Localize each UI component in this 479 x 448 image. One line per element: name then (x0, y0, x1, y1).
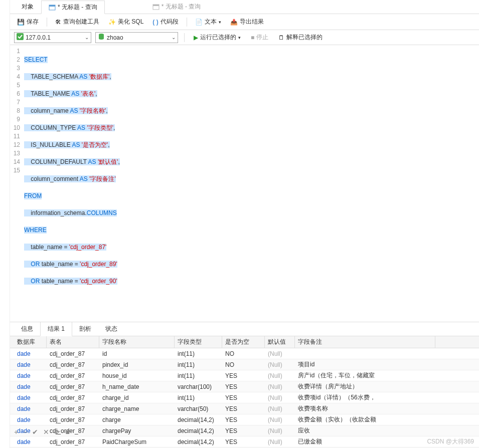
database-icon (98, 33, 105, 42)
stop-button[interactable]: ■停止 (248, 32, 271, 43)
builder-icon: 🛠 (55, 19, 61, 26)
result-tabs: 信息 结果 1 剖析 状态 (0, 322, 479, 336)
col-database[interactable]: 数据库 (14, 336, 47, 348)
table-row[interactable]: dadecdj_order_87house_idint(11)YES(Null)… (0, 370, 479, 381)
doc-icon: 📄 (195, 19, 203, 26)
server-icon (17, 33, 24, 42)
add-row-button[interactable]: + (14, 428, 18, 436)
tab-query-active[interactable]: * 无标题 - 查询 (41, 1, 105, 14)
table-row[interactable]: dadecdj_order_87PaidChargeSumdecimal(14,… (0, 436, 479, 447)
tab-profile[interactable]: 剖析 (72, 322, 98, 336)
tab-result[interactable]: 结果 1 (40, 322, 72, 336)
grid-header: 数据库 表名 字段名称 字段类型 是否为空 默认值 字段备注 (0, 336, 479, 348)
code-content[interactable]: SELECT TABLE_SCHEMA AS '数据库', TABLE_NAME… (24, 45, 479, 322)
stop-edit-button[interactable]: ■ (65, 428, 69, 436)
query-builder-button[interactable]: 🛠查询创建工具 (52, 16, 102, 28)
table-row[interactable]: dadecdj_order_87h_name_datevarchar(100)Y… (0, 381, 479, 392)
explain-button[interactable]: 🗒解释已选择的 (275, 32, 326, 43)
sql-editor[interactable]: 123456789101112131415 SELECT TABLE_SCHEM… (0, 45, 479, 322)
col-default[interactable]: 默认值 (265, 336, 295, 348)
chevron-down-icon: ⌄ (172, 35, 176, 40)
refresh-button[interactable]: ⟳ (54, 428, 60, 436)
host-dropdown[interactable]: 127.0.0.1⌄ (14, 32, 91, 43)
text-button[interactable]: 📄文本▾ (192, 16, 224, 28)
beautify-button[interactable]: ✨美化 SQL (105, 16, 146, 28)
grid-body: dadecdj_order_87idint(11)NO(Null)dadecdj… (0, 348, 479, 448)
table-row[interactable]: dadecdj_order_87idint(11)NO(Null) (0, 348, 479, 359)
cancel-button[interactable]: ✕ (43, 428, 49, 436)
query-icon (152, 4, 159, 11)
commit-button[interactable]: ✔ (32, 428, 38, 436)
col-field[interactable]: 字段名称 (99, 336, 175, 348)
save-button[interactable]: 💾保存 (14, 16, 42, 28)
toolbar: 💾保存 🛠查询创建工具 ✨美化 SQL ( )代码段 📄文本▾ 📤导出结果 (0, 14, 479, 30)
save-icon: 💾 (17, 19, 25, 26)
tab-info[interactable]: 信息 (14, 322, 40, 336)
svg-rect-3 (153, 5, 159, 6)
col-nullable[interactable]: 是否为空 (222, 336, 265, 348)
query-icon (49, 4, 56, 11)
connection-bar: 127.0.0.1⌄ zhoao⌄ ▶运行已选择的▾ ■停止 🗒解释已选择的 (0, 30, 479, 45)
table-row[interactable]: dadecdj_order_87charge_idint(11)YES(Null… (0, 392, 479, 403)
tab-query-inactive[interactable]: * 无标题 - 查询 (145, 0, 209, 14)
chevron-down-icon: ▾ (238, 35, 241, 40)
chevron-down-icon: ⌄ (85, 35, 89, 40)
col-table[interactable]: 表名 (47, 336, 99, 348)
table-row[interactable]: dadecdj_order_87pindex_idint(11)NO(Null)… (0, 359, 479, 370)
table-row[interactable]: dadecdj_order_87chargePaydecimal(14,2)YE… (0, 425, 479, 436)
play-icon: ▶ (194, 34, 198, 41)
tab-status[interactable]: 状态 (98, 322, 124, 336)
paren-icon: ( ) (152, 19, 158, 26)
delete-row-button[interactable]: − (23, 428, 27, 436)
col-type[interactable]: 字段类型 (175, 336, 222, 348)
stop-icon: ■ (251, 34, 254, 41)
tab-object[interactable]: 对象 (14, 0, 41, 14)
table-row[interactable]: dadecdj_order_87chargedecimal(14,2)YES(N… (0, 414, 479, 425)
explain-icon: 🗒 (278, 34, 284, 41)
left-gutter-strip (0, 0, 10, 448)
result-grid: 数据库 表名 字段名称 字段类型 是否为空 默认值 字段备注 dadecdj_o… (0, 336, 479, 448)
watermark: CSDN @大得369 (427, 437, 474, 446)
export-button[interactable]: 📤导出结果 (227, 16, 267, 28)
svg-rect-1 (49, 5, 55, 7)
col-comment[interactable]: 字段备注 (295, 336, 435, 348)
run-button[interactable]: ▶运行已选择的▾ (191, 32, 244, 43)
db-dropdown[interactable]: zhoao⌄ (95, 32, 178, 43)
svg-rect-4 (17, 33, 24, 40)
table-row[interactable]: dadecdj_order_87charge_namevarchar(50)YE… (0, 403, 479, 414)
chevron-down-icon: ▾ (219, 20, 221, 25)
wand-icon: ✨ (108, 19, 116, 26)
status-bar: + − ✔ ✕ ⟳ ■ (14, 428, 70, 436)
snippet-button[interactable]: ( )代码段 (149, 16, 181, 28)
editor-tabs: 对象 * 无标题 - 查询 * 无标题 - 查询 (0, 0, 479, 14)
export-icon: 📤 (230, 19, 238, 26)
